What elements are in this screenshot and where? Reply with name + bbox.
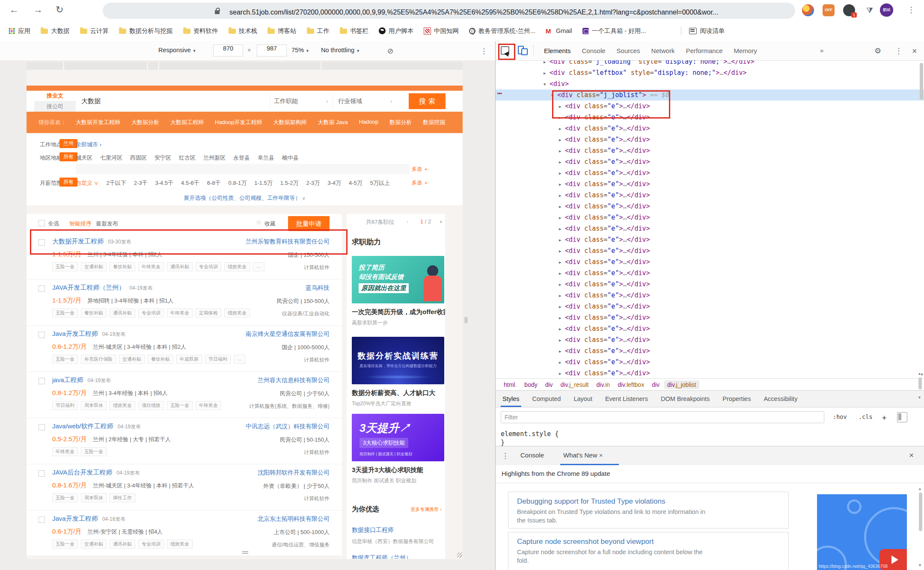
dom-tree-row[interactable]: ▶<div class="e">…</div> [496, 256, 924, 267]
area-item[interactable]: 西固区 [130, 154, 147, 162]
dom-tree-row[interactable]: ▶<div class="e">…</div> [496, 290, 924, 301]
viewport-resize-handle-corner[interactable] [457, 552, 462, 558]
suggest-tag[interactable]: 大数据 Java [318, 119, 348, 126]
dom-tree-row[interactable]: ▶<div class="e">…</div> [496, 145, 924, 156]
dom-tree-row[interactable]: ▶<div class="e">…</div> [496, 223, 924, 234]
job-function-select[interactable]: 工作职能 [274, 98, 298, 105]
select-all-label[interactable]: 全选 [48, 220, 59, 228]
tree-arrow-icon[interactable]: ▶ [544, 68, 550, 79]
job-row[interactable]: JAVA后台开发工程师04-19发布 沈阳韩邦软件开发有限公司 0.8-1.6万… [27, 464, 342, 511]
area-item[interactable]: 永登县 [233, 154, 250, 162]
viewport-height-input[interactable]: 987 [257, 45, 287, 56]
devtools-tab[interactable]: Sources [611, 47, 646, 54]
area-item[interactable]: 城关区 [76, 154, 92, 162]
dom-tree-row[interactable]: ▶<div class="e">…</div> [496, 178, 924, 190]
dom-tree-row[interactable]: ▼<div> [496, 78, 924, 89]
job-row[interactable]: java工程师04-19发布 兰州容大信息科技有限公司 0.8-1.2万/月兰州… [27, 372, 342, 418]
element-style-block[interactable]: element.style { } [496, 428, 924, 446]
styles-tab[interactable]: DOM Breakpoints [661, 391, 710, 407]
job-company-link[interactable]: 兰州容大信息科技有限公司 [258, 377, 330, 384]
all-cities-link[interactable]: 全部城市 › [76, 141, 101, 148]
dom-tree-row[interactable]: ▶<div class="e">…</div> [496, 323, 924, 334]
salary-item[interactable]: 1.5-2万 [280, 179, 299, 187]
bookmark-item[interactable]: 应用 [3, 27, 36, 35]
tree-arrow-icon[interactable]: ▶ [559, 257, 565, 268]
dom-tree-row[interactable]: ▶<div class="e">…</div> [496, 123, 924, 134]
suggest-tag[interactable]: 数据挖掘 [423, 119, 445, 126]
devtools-tab[interactable]: Console [576, 47, 611, 54]
dom-tree-row[interactable]: ▶<div class="e">…</div> [496, 234, 924, 245]
suggest-tag[interactable]: 大数据开发工程师 [76, 119, 120, 126]
bookmark-item[interactable]: 博客站 [262, 27, 302, 35]
dom-tree-row[interactable]: ▶<div class="e">…</div> [496, 334, 924, 345]
bookmark-item[interactable]: 阅读清单 [681, 27, 730, 35]
salary-item[interactable]: 5万以上 [370, 179, 390, 187]
job-checkbox[interactable] [39, 470, 45, 477]
job-company-link[interactable]: 南京烽火星空通信发展有限公司 [246, 330, 330, 338]
bookmark-item[interactable]: 用户脚本 [374, 27, 419, 35]
styles-tab[interactable]: Accessibility [764, 391, 797, 407]
prev-page-icon[interactable]: ‹ [407, 218, 408, 225]
salary-item[interactable]: 2千以下 [106, 179, 126, 187]
devtools-close-icon[interactable]: × [912, 46, 917, 56]
throttling-select[interactable]: No throttling ▼ [321, 47, 360, 53]
suggest-tag[interactable]: 数据分析 [389, 119, 412, 126]
salary-item[interactable]: 2-3千 [134, 179, 148, 187]
tree-arrow-icon[interactable]: ▶ [559, 246, 565, 257]
whatsnew-card-link[interactable]: Debugging support for Trusted Type viola… [517, 497, 780, 506]
select-all-checkbox[interactable] [39, 220, 45, 226]
new-style-rule-icon[interactable]: + [882, 413, 886, 422]
filter-location-chip[interactable]: 兰州 [59, 139, 77, 148]
dom-tree-row[interactable]: ▶<div class="e">…</div> [496, 345, 924, 356]
tree-arrow-icon[interactable]: ▶ [559, 168, 565, 179]
bookmark-item[interactable]: 书签栏 [335, 27, 374, 35]
devtools-tab[interactable]: Memory [728, 47, 763, 54]
drawer-tab-console[interactable]: Console [520, 451, 544, 459]
tree-arrow-icon[interactable]: ▶ [559, 157, 565, 168]
breadcrumb-item[interactable]: div.j_result [558, 380, 592, 389]
batch-apply-button[interactable]: 批量申请 [288, 216, 330, 231]
devtools-tab[interactable]: Network [646, 47, 680, 54]
whatsnew-scrollbar-thumb[interactable] [919, 493, 922, 531]
extension-icon[interactable] [802, 4, 814, 16]
area-item[interactable]: 榆中县 [282, 154, 299, 162]
styles-scroll-down-icon[interactable]: ▼ [918, 395, 921, 400]
tree-arrow-icon[interactable]: ▶ [559, 324, 565, 335]
salary-item[interactable]: 2-3万 [306, 179, 320, 187]
salary-item[interactable]: 0.8-1万 [229, 179, 247, 187]
dom-tree-row[interactable]: ▶<div class="e">…</div> [496, 167, 924, 178]
dom-tree-row[interactable]: ▶<div class="e">…</div> [496, 156, 924, 167]
sort-smart-tab[interactable]: 智能排序 [69, 220, 92, 228]
search-button[interactable]: 搜索 [409, 93, 446, 109]
bookmark-item[interactable]: 云计算 [75, 27, 114, 35]
breadcrumb-item[interactable]: html. [501, 380, 520, 389]
bookmark-item[interactable]: 中国知网 [419, 27, 464, 35]
tree-arrow-icon[interactable]: ▶ [559, 179, 565, 190]
profile-avatar[interactable]: 鹏斌 [880, 3, 893, 17]
cls-toggle[interactable]: .cls [859, 413, 873, 420]
tree-arrow-icon[interactable]: ▶ [559, 212, 565, 223]
salary-multiselect-link[interactable]: 多选 ＋ [412, 179, 428, 187]
viewport-resize-handle-right[interactable] [465, 317, 467, 323]
area-item[interactable]: 兰州新区 [203, 154, 226, 162]
drawer-menu-icon[interactable]: ⋮ [502, 451, 509, 460]
extension-notify-icon[interactable]: 1 [843, 4, 855, 16]
styles-tab[interactable]: Properties [722, 391, 751, 407]
reload-icon[interactable]: ↻ [56, 4, 63, 15]
job-title-link[interactable]: JAVA开发工程师（兰州）04-19发布 [52, 284, 153, 292]
tree-arrow-icon[interactable]: ▶ [559, 268, 565, 279]
devtools-menu-icon[interactable]: ⋮ [895, 46, 903, 56]
picks-more-link[interactable]: 更多专属推荐 › [410, 506, 442, 513]
tree-arrow-icon[interactable]: ▶ [559, 368, 565, 378]
dom-tree-row[interactable]: ▶<div class="e">…</div> [496, 267, 924, 279]
url-text[interactable]: search.51job.com/list/270200,000000,0000… [229, 9, 718, 16]
job-checkbox[interactable] [39, 285, 45, 292]
bookmark-item[interactable]: 资料软件 [178, 27, 223, 35]
device-toolbar-menu-icon[interactable]: ⋮ [480, 47, 487, 56]
tab-search-company[interactable]: 搜公司 [34, 101, 76, 112]
job-title-link[interactable]: Java开发工程师04-19发布 [52, 330, 125, 338]
tab-search-fulltext[interactable]: 搜全文 [34, 91, 76, 101]
ad-banner[interactable]: 3天提升↗ 3大核心求职技能 简历制作 | 面试通关 | 职业规划 [352, 414, 444, 461]
favorite-star-icon[interactable]: ☆ [256, 219, 261, 226]
tree-arrow-icon[interactable]: ▶ [559, 145, 565, 157]
